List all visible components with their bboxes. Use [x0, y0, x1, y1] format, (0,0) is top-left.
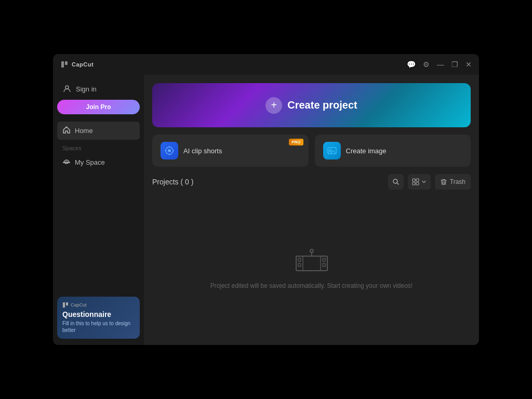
spaces-section-label: Spaces: [57, 140, 140, 153]
sign-in-icon: [62, 84, 72, 94]
q-card-logo: CapCut: [62, 302, 135, 308]
questionnaire-card[interactable]: CapCut Questionnaire Fill in this to hel…: [57, 297, 140, 339]
sign-in-button[interactable]: Sign in: [57, 81, 140, 97]
ai-clip-shorts-icon: [161, 142, 178, 159]
empty-state-icon: [291, 245, 332, 276]
minimize-icon[interactable]: —: [437, 60, 444, 69]
create-image-label: Create image: [346, 147, 387, 155]
projects-actions: Trash: [388, 174, 471, 190]
svg-rect-14: [416, 182, 419, 185]
my-space-icon: [62, 157, 71, 167]
home-label: Home: [75, 127, 93, 135]
content-area: + Create project AI clip shorts PRO: [144, 75, 479, 345]
empty-state: Project edited will be saved automatical…: [152, 197, 471, 337]
pro-badge: PRO: [289, 139, 303, 145]
title-bar: CapCut 💬 ⚙ — ❐ ✕: [53, 54, 479, 75]
trash-label: Trash: [450, 178, 466, 185]
chevron-down-icon: [421, 179, 427, 184]
ai-clip-shorts-label: AI clip shorts: [183, 147, 222, 155]
svg-rect-17: [298, 263, 301, 267]
create-image-card[interactable]: Create image: [315, 135, 471, 167]
title-bar-left: CapCut: [60, 60, 94, 69]
svg-rect-0: [61, 61, 64, 68]
sign-in-label: Sign in: [76, 85, 97, 93]
create-image-icon: [323, 142, 341, 159]
create-project-label: Create project: [287, 99, 357, 111]
svg-rect-18: [323, 258, 325, 261]
svg-rect-5: [66, 302, 68, 305]
svg-rect-11: [413, 179, 415, 181]
q-card-title: Questionnaire: [62, 310, 135, 318]
svg-point-9: [329, 149, 331, 151]
svg-rect-12: [416, 179, 419, 181]
search-button[interactable]: [388, 174, 404, 190]
svg-point-7: [168, 149, 171, 152]
q-card-logo-text: CapCut: [71, 302, 87, 308]
projects-header: Projects ( 0 ): [152, 174, 471, 190]
feedback-icon[interactable]: 💬: [407, 60, 416, 69]
main-layout: Sign in Join Pro Home Spaces: [53, 75, 479, 345]
svg-point-10: [393, 179, 397, 183]
close-icon[interactable]: ✕: [466, 60, 472, 69]
sidebar-item-my-space[interactable]: My Space: [57, 153, 140, 171]
svg-point-23: [310, 249, 313, 252]
trash-icon: [440, 178, 447, 185]
empty-state-message: Project edited will be saved automatical…: [210, 282, 413, 289]
view-toggle-button[interactable]: [408, 174, 431, 190]
svg-rect-16: [298, 258, 301, 261]
q-card-description: Fill in this to help us to design better: [62, 320, 135, 334]
title-bar-right: 💬 ⚙ — ❐ ✕: [407, 60, 472, 69]
app-window: CapCut 💬 ⚙ — ❐ ✕ Sign in Join Pro: [53, 54, 479, 345]
capcut-logo-icon: [60, 60, 69, 69]
create-project-banner[interactable]: + Create project: [152, 83, 471, 127]
sidebar: Sign in Join Pro Home Spaces: [53, 75, 144, 345]
my-space-label: My Space: [75, 158, 105, 166]
svg-point-2: [65, 86, 69, 89]
trash-button[interactable]: Trash: [435, 174, 471, 190]
ai-clip-shorts-card[interactable]: AI clip shorts PRO: [152, 135, 309, 167]
svg-rect-1: [65, 61, 68, 65]
join-pro-button[interactable]: Join Pro: [57, 100, 140, 114]
restore-icon[interactable]: ❐: [451, 60, 458, 69]
svg-rect-4: [63, 302, 65, 308]
projects-title: Projects ( 0 ): [152, 178, 193, 186]
home-icon: [62, 126, 71, 136]
sidebar-bottom: CapCut Questionnaire Fill in this to hel…: [57, 297, 140, 339]
quick-actions-row: AI clip shorts PRO Create image: [152, 135, 471, 167]
app-name: CapCut: [72, 61, 94, 68]
sidebar-item-home[interactable]: Home: [57, 122, 140, 140]
svg-rect-13: [413, 182, 415, 185]
create-project-plus-icon: +: [265, 97, 282, 114]
svg-rect-19: [323, 263, 325, 267]
settings-icon[interactable]: ⚙: [423, 60, 430, 69]
